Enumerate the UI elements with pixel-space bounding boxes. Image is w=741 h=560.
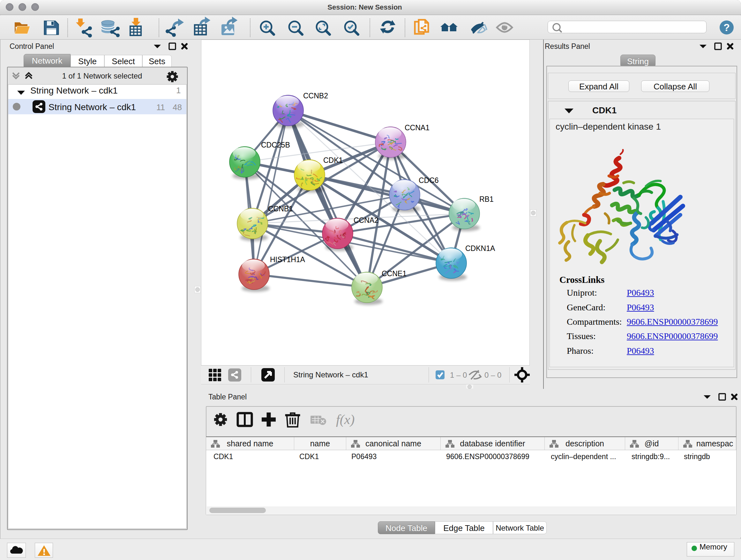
svg-text:CCNB1: CCNB1	[268, 205, 293, 213]
svg-text:f(x): f(x)	[336, 412, 354, 427]
svg-text:CCNA2: CCNA2	[354, 216, 379, 225]
svg-text:CDK1: CDK1	[323, 156, 343, 165]
svg-text:CCNA1: CCNA1	[405, 124, 429, 132]
svg-text:1 – 0: 1 – 0	[450, 371, 467, 379]
svg-text:0 – 0: 0 – 0	[484, 371, 501, 379]
svg-text:CDC25B: CDC25B	[261, 141, 290, 149]
svg-text:CDKN1A: CDKN1A	[465, 244, 495, 253]
svg-text:CCNB2: CCNB2	[303, 91, 328, 100]
svg-text:?: ?	[724, 22, 730, 33]
svg-text:CCNE1: CCNE1	[382, 269, 407, 278]
svg-text:CDC6: CDC6	[419, 176, 439, 185]
svg-text:RB1: RB1	[479, 195, 494, 203]
svg-text:HIST1H1A: HIST1H1A	[270, 255, 306, 264]
